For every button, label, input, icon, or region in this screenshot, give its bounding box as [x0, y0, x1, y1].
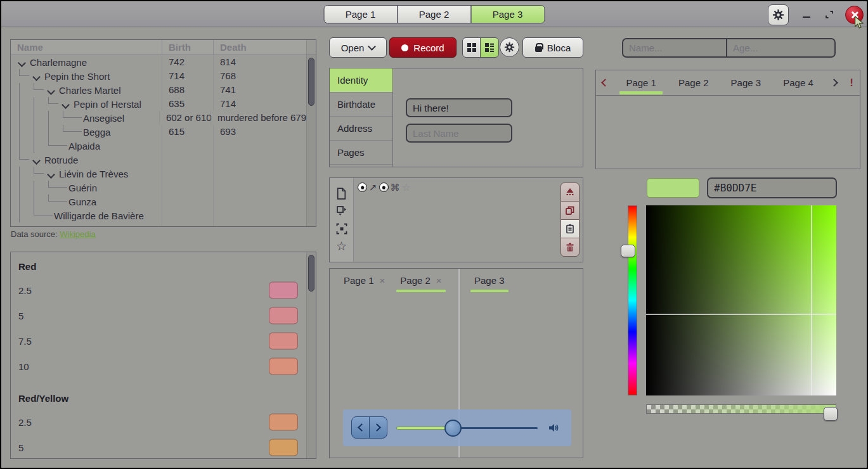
- palette-item[interactable]: 2.5: [11, 409, 316, 435]
- tree-item-name: Begga: [83, 127, 110, 138]
- tree-row[interactable]: Pepin of Herstal635714: [11, 97, 306, 111]
- first-name-input[interactable]: [406, 98, 512, 117]
- carousel-panel: Page 1Page 2Page 3Page 4!: [595, 70, 860, 169]
- carousel-tab-page-4[interactable]: Page 4: [772, 70, 825, 96]
- carousel-tab-page-1[interactable]: Page 1: [615, 70, 668, 96]
- titlebar-tab-page-3[interactable]: Page 3: [470, 5, 545, 23]
- tree-guide-line: [19, 125, 29, 139]
- doc-tab-page-2[interactable]: Page 2×: [392, 269, 449, 292]
- upload-button[interactable]: [560, 183, 580, 202]
- wikipedia-link[interactable]: Wikipedia: [60, 229, 95, 239]
- bloca-button[interactable]: Bloca: [522, 37, 583, 58]
- tree-row[interactable]: Gunza: [11, 195, 306, 209]
- titlebar-tab-page-1[interactable]: Page 1: [323, 5, 398, 23]
- editor-panel: ☆ ↗⌘☆: [329, 177, 583, 262]
- form-tab-birthdate[interactable]: Birthdate: [330, 93, 392, 117]
- identity-form-panel: IdentityBirthdateAddressPages: [329, 68, 583, 167]
- minimize-button[interactable]: [799, 7, 814, 22]
- tree-row[interactable]: Guérin: [11, 181, 306, 195]
- favorite-icon[interactable]: ☆: [336, 240, 347, 252]
- palette-item[interactable]: 5: [11, 303, 316, 328]
- palette-scrollbar[interactable]: [306, 252, 316, 458]
- open-split-button[interactable]: Open: [329, 37, 387, 58]
- volume-icon[interactable]: [548, 423, 560, 433]
- expander[interactable]: [44, 88, 58, 94]
- data-source-label: Data source:: [11, 229, 58, 239]
- seek-slider-handle[interactable]: [444, 420, 462, 437]
- hue-slider-handle[interactable]: [621, 245, 635, 257]
- alpha-slider-handle[interactable]: [824, 407, 838, 421]
- column-header-birth[interactable]: Birth: [162, 40, 213, 55]
- form-tab-pages[interactable]: Pages: [330, 141, 392, 165]
- lock-icon: [535, 46, 542, 52]
- carousel-tab-page-2[interactable]: Page 2: [667, 70, 720, 96]
- previous-button[interactable]: [351, 416, 370, 439]
- copy-icon: [565, 205, 575, 215]
- carousel-prev-button[interactable]: [596, 80, 615, 86]
- list-view-toggle[interactable]: [480, 37, 499, 58]
- doc-tab-group-right: Page 3: [467, 269, 512, 292]
- tree-name-cell: Rotrude: [11, 153, 162, 167]
- expander[interactable]: [58, 102, 72, 108]
- titlebar-tab-page-2[interactable]: Page 2: [397, 5, 471, 23]
- form-tab-address[interactable]: Address: [330, 117, 392, 141]
- tree-row[interactable]: Bertrade of Laon719783: [11, 222, 306, 226]
- expander[interactable]: [44, 172, 58, 177]
- active-tab-underline: [396, 290, 445, 293]
- palette-item[interactable]: 7.5: [11, 328, 316, 354]
- tree-row[interactable]: Ansegisel602 or 610murdered before 679: [11, 111, 306, 125]
- tree-row[interactable]: Pepin the Short714768: [11, 69, 306, 83]
- chevron-left-icon: [358, 423, 366, 432]
- age-input[interactable]: [727, 39, 836, 56]
- next-button[interactable]: [369, 416, 387, 439]
- palette-item[interactable]: 5: [11, 435, 316, 459]
- palette-scrollbar-thumb[interactable]: [308, 255, 314, 292]
- tree-row[interactable]: Charles Martel688741: [11, 83, 306, 97]
- expander[interactable]: [15, 60, 29, 66]
- tree-guide-line: [48, 125, 58, 139]
- last-name-input[interactable]: [406, 124, 512, 143]
- tree-birth-cell: 615: [162, 125, 213, 139]
- column-header-name[interactable]: Name: [11, 40, 162, 55]
- hue-slider[interactable]: [628, 205, 637, 395]
- hex-color-input[interactable]: [707, 177, 837, 198]
- grid-view-toggle[interactable]: [462, 37, 481, 58]
- media-controls: [343, 409, 571, 446]
- paste-button[interactable]: [560, 219, 580, 238]
- record-button[interactable]: Record: [389, 37, 457, 58]
- column-header-death[interactable]: Death: [213, 40, 316, 55]
- alpha-slider[interactable]: [646, 404, 836, 414]
- palette-item[interactable]: 2.5: [11, 278, 316, 303]
- new-file-icon[interactable]: [336, 188, 347, 200]
- resize-icon[interactable]: [336, 205, 347, 217]
- carousel-next-button[interactable]: [824, 80, 843, 86]
- tree-scrollbar[interactable]: [306, 40, 316, 226]
- close-tab-icon[interactable]: ×: [380, 275, 385, 286]
- expander[interactable]: [29, 158, 43, 164]
- settings-round-button[interactable]: [500, 37, 519, 57]
- carousel-tab-page-3[interactable]: Page 3: [720, 70, 772, 96]
- tree-scrollbar-thumb[interactable]: [308, 58, 314, 106]
- focus-icon[interactable]: [336, 223, 347, 234]
- tree-connector: [48, 195, 67, 202]
- tree-row[interactable]: Willigarde de Bavière: [11, 209, 306, 222]
- close-tab-icon[interactable]: ×: [436, 275, 442, 286]
- expander[interactable]: [29, 74, 43, 80]
- tree-birth-cell: [162, 167, 213, 181]
- doc-tab-page-1[interactable]: Page 1×: [336, 269, 392, 292]
- form-tab-identity[interactable]: Identity: [330, 68, 392, 93]
- delete-button[interactable]: [560, 238, 580, 257]
- tree-name-cell: Charlemagne: [11, 55, 162, 69]
- maximize-button[interactable]: [822, 7, 837, 22]
- name-input[interactable]: [623, 39, 726, 56]
- tree-row[interactable]: Charlemagne742814: [11, 55, 306, 69]
- copy-button[interactable]: [560, 201, 580, 220]
- settings-button[interactable]: [768, 4, 789, 25]
- palette-item[interactable]: 10: [11, 354, 316, 379]
- tree-row[interactable]: Rotrude: [11, 153, 306, 167]
- doc-tab-page-3[interactable]: Page 3: [467, 269, 512, 292]
- saturation-value-box[interactable]: [646, 205, 836, 395]
- tree-row[interactable]: Liévin de Trèves: [11, 167, 306, 181]
- tree-row[interactable]: Alpaida: [11, 139, 306, 153]
- tree-row[interactable]: Begga615693: [11, 125, 306, 139]
